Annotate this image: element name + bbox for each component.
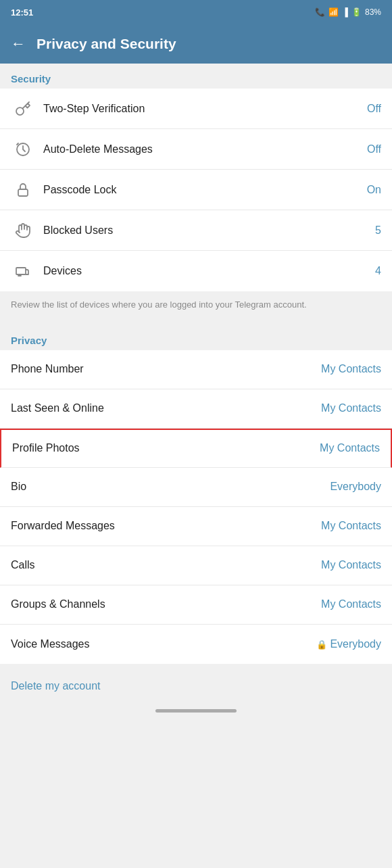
forwarded-messages-label: Forwarded Messages (11, 520, 321, 532)
auto-delete-label: Auto-Delete Messages (43, 143, 367, 155)
two-step-verification-item[interactable]: Two-Step Verification Off (0, 89, 392, 129)
groups-channels-value: My Contacts (321, 598, 381, 610)
voice-messages-item[interactable]: Voice Messages 🔒 Everybody (0, 625, 392, 664)
delete-account-button[interactable]: Delete my account (11, 680, 101, 692)
voice-messages-value: 🔒 Everybody (316, 638, 381, 650)
signal-icon: ▐ (342, 7, 348, 17)
back-button[interactable]: ← (11, 35, 26, 53)
bio-label: Bio (11, 481, 330, 493)
devices-label: Devices (43, 265, 375, 277)
forwarded-messages-value: My Contacts (321, 520, 381, 532)
phone-number-item[interactable]: Phone Number My Contacts (0, 350, 392, 389)
groups-channels-label: Groups & Channels (11, 598, 321, 610)
last-seen-value: My Contacts (321, 402, 381, 414)
status-bar: 12:51 📞 📶 ▐ 🔋 83% (0, 0, 392, 24)
lock-inline-icon: 🔒 (316, 640, 327, 650)
last-seen-label: Last Seen & Online (11, 402, 321, 414)
status-icons: 📞 📶 ▐ 🔋 83% (315, 7, 381, 17)
voice-messages-label: Voice Messages (11, 638, 316, 650)
bottom-bar (0, 702, 392, 726)
bottom-handle (155, 709, 237, 713)
svg-rect-1 (18, 189, 28, 196)
devices-item[interactable]: Devices 4 (0, 251, 392, 291)
two-step-value: Off (367, 103, 381, 115)
auto-delete-item[interactable]: Auto-Delete Messages Off (0, 129, 392, 170)
header: ← Privacy and Security (0, 24, 392, 64)
devices-value: 4 (375, 265, 381, 277)
lock-icon (11, 182, 35, 198)
calls-item[interactable]: Calls My Contacts (0, 546, 392, 585)
profile-photos-item[interactable]: Profile Photos My Contacts (0, 429, 392, 468)
bottom-section: Delete my account (0, 673, 392, 702)
phone-number-label: Phone Number (11, 363, 321, 375)
blocked-users-item[interactable]: Blocked Users 5 (0, 210, 392, 251)
two-step-label: Two-Step Verification (43, 103, 367, 115)
page-title: Privacy and Security (36, 36, 176, 52)
profile-photos-value: My Contacts (320, 442, 380, 454)
svg-rect-2 (16, 268, 26, 274)
security-list: Two-Step Verification Off Auto-Delete Me… (0, 89, 392, 291)
phone-number-value: My Contacts (321, 363, 381, 375)
last-seen-item[interactable]: Last Seen & Online My Contacts (0, 389, 392, 429)
devices-icon (11, 263, 35, 279)
key-icon (11, 101, 35, 117)
passcode-lock-item[interactable]: Passcode Lock On (0, 170, 392, 210)
blocked-users-value: 5 (375, 224, 381, 237)
bio-item[interactable]: Bio Everybody (0, 468, 392, 507)
phone-icon: 📞 (315, 7, 325, 17)
blocked-users-label: Blocked Users (43, 224, 375, 237)
auto-delete-value: Off (367, 143, 381, 155)
battery-percent: 83% (365, 7, 381, 17)
privacy-list: Phone Number My Contacts Last Seen & Onl… (0, 350, 392, 664)
privacy-section-header: Privacy (0, 325, 392, 350)
groups-channels-item[interactable]: Groups & Channels My Contacts (0, 585, 392, 625)
wifi-icon: 📶 (328, 7, 339, 17)
security-footer: Review the list of devices where you are… (0, 291, 392, 318)
status-time: 12:51 (11, 7, 33, 18)
calls-value: My Contacts (321, 559, 381, 571)
passcode-label: Passcode Lock (43, 184, 367, 196)
battery-icon: 🔋 (351, 7, 362, 17)
profile-photos-label: Profile Photos (12, 442, 320, 454)
security-section-header: Security (0, 64, 392, 89)
calls-label: Calls (11, 559, 321, 571)
passcode-value: On (367, 184, 381, 196)
timer-icon (11, 141, 35, 158)
forwarded-messages-item[interactable]: Forwarded Messages My Contacts (0, 507, 392, 546)
bio-value: Everybody (330, 481, 381, 493)
hand-icon (11, 222, 35, 239)
content: Security Two-Step Verification Off Auto-… (0, 64, 392, 702)
